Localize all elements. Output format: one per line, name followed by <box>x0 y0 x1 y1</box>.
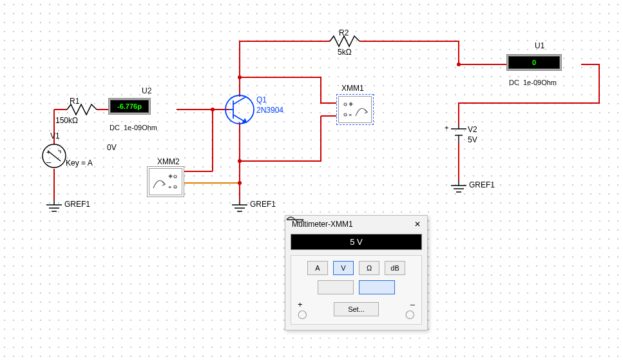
set-button[interactable]: Set... <box>334 302 379 316</box>
svg-text:+: + <box>445 124 448 131</box>
svg-point-14 <box>174 175 177 178</box>
svg-text:–: – <box>46 157 52 167</box>
mode-ohm-button[interactable]: Ω <box>359 261 379 275</box>
r1-name: R1 <box>70 97 79 106</box>
svg-point-15 <box>174 186 177 188</box>
gref-mid: GREF1 <box>250 200 276 209</box>
u2-reading: -6.776p <box>110 100 149 113</box>
mode-db-button[interactable]: dB <box>385 261 405 275</box>
svg-point-2 <box>238 181 242 185</box>
svg-point-1 <box>238 159 242 163</box>
instrument-xmm2[interactable]: + - <box>147 166 184 197</box>
wave-dc-button[interactable] <box>359 280 395 294</box>
u1-reading: 0 <box>508 56 560 69</box>
minus-label: – <box>410 300 415 309</box>
u2-name: U2 <box>142 86 151 95</box>
svg-point-3 <box>211 108 215 111</box>
v1-name: V1 <box>50 131 60 140</box>
plus-label: + <box>298 300 303 309</box>
svg-text:-: - <box>349 111 351 118</box>
mode-a-button[interactable]: A <box>307 261 328 275</box>
u2-meta: DC 1e-09Ohm <box>110 124 157 131</box>
u1-name: U1 <box>535 41 544 50</box>
u1-meta: DC 1e-09Ohm <box>509 79 557 86</box>
r2-name: R2 <box>339 28 349 37</box>
svg-point-11 <box>344 113 347 116</box>
xmm2-name: XMM2 <box>157 157 180 166</box>
q1-model: 2N3904 <box>256 106 283 115</box>
svg-point-4 <box>457 62 461 66</box>
r2-value: 5kΩ <box>338 48 352 57</box>
multimeter-dialog[interactable]: Multimeter-XMM1 ✕ 5 V A V Ω dB + ◯ Set..… <box>285 215 428 330</box>
svg-text:+: + <box>46 148 50 156</box>
svg-text:+: + <box>169 173 172 180</box>
q1-name: Q1 <box>256 95 267 104</box>
probe-u2[interactable]: -6.776p <box>108 98 151 115</box>
gref-left: GREF1 <box>64 200 90 209</box>
v1-annotation: 0V <box>107 143 117 152</box>
xmm1-name: XMM1 <box>341 84 364 93</box>
svg-point-0 <box>238 75 242 79</box>
dialog-reading: 5 V <box>291 234 422 250</box>
svg-text:-: - <box>169 183 171 190</box>
wave-ac-button[interactable] <box>318 280 354 294</box>
v2-name: V2 <box>468 125 477 134</box>
v2-value: 5V <box>468 135 477 144</box>
v1-key: Key = A <box>66 158 93 168</box>
probe-u1[interactable]: 0 <box>506 54 562 71</box>
svg-point-10 <box>344 103 347 106</box>
schematic-canvas[interactable]: + – + R1 150kΩ R2 5kΩ V1 Key = A 0V V2 5… <box>0 0 623 364</box>
instrument-xmm1[interactable]: + - <box>336 94 374 125</box>
mode-v-button[interactable]: V <box>333 261 354 275</box>
r1-value: 150kΩ <box>55 116 78 125</box>
svg-text:+: + <box>349 101 352 108</box>
close-icon[interactable]: ✕ <box>414 220 421 229</box>
gref-right: GREF1 <box>469 180 495 189</box>
